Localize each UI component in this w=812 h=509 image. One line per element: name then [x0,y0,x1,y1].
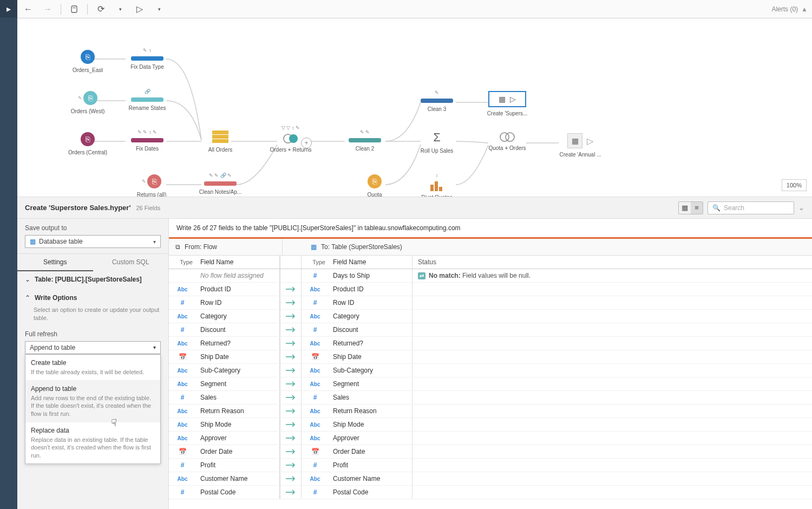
node-orders-central[interactable]: ⎘Orders (Central) [58,132,117,155]
svg-rect-3 [212,135,228,139]
svg-rect-7 [430,185,434,191]
table-icon: ▦ [311,243,317,251]
run-more-button[interactable]: ▾ [153,3,166,16]
node-clean-notes[interactable]: ✎ ✎ 🔗 ✎Clean Notes/Ap... [191,173,250,195]
map-arrow[interactable] [280,391,302,404]
table-row[interactable]: AbcProduct IDAbcProduct ID [169,283,812,296]
svg-point-6 [289,134,298,143]
node-fix-dates[interactable]: ✎ ✎ ↕ ✎Fix Dates [117,129,177,152]
table-row[interactable]: AbcCategoryAbcCategory [169,310,812,323]
svg-point-10 [500,133,509,141]
svg-point-11 [506,133,514,141]
map-arrow[interactable] [280,323,302,336]
view-toggle[interactable]: ▦≡ [678,201,703,214]
table-row[interactable]: #Sales#Sales [169,391,812,404]
svg-rect-9 [439,187,442,191]
node-rollup[interactable]: ΣRoll Up Sales [407,130,467,154]
chevron-down-icon: ▾ [153,344,156,350]
map-arrow[interactable] [280,432,302,445]
back-button[interactable]: ← [22,3,35,16]
table-row[interactable]: AbcSegmentAbcSegment [169,377,812,391]
chevron-down-icon: ⌄ [25,276,30,283]
node-orders-returns[interactable]: ▽ ▽ ↕ ✎Orders + Returns [261,125,320,153]
table-row[interactable]: AbcReturned?AbcReturned? [169,337,812,350]
option-create-table[interactable]: Create tableIf the table already exists,… [25,355,160,381]
map-arrow[interactable] [280,283,302,296]
table-row[interactable]: #Row ID#Row ID [169,296,812,310]
node-pivot[interactable]: ↕Pivot Quotas [407,173,467,197]
map-arrow[interactable] [280,445,302,458]
map-arrow[interactable] [280,337,302,350]
alerts-indicator[interactable]: Alerts (0) [771,5,798,13]
table-row[interactable]: 📅Order Date📅Order Date [169,445,812,459]
save-output-select[interactable]: ▦Database table▾ [25,235,161,248]
table-row[interactable]: AbcShip ModeAbcShip Mode [169,418,812,432]
zoom-level[interactable]: 100% [782,179,807,191]
option-replace-data[interactable]: Replace dataReplace data in an existing … [25,422,160,464]
map-arrow[interactable] [280,472,302,485]
node-orders-east[interactable]: ⎘Orders_East [58,50,117,73]
view-list[interactable]: ≡ [691,202,703,214]
output-tabs: Settings Custom SQL [17,254,168,271]
warning-icon[interactable]: ▲ [801,5,808,13]
node-all-orders[interactable]: All Orders [191,130,250,153]
table-row[interactable]: 📅Ship Date📅Ship Date [169,350,812,364]
svg-rect-0 [71,6,77,12]
map-arrow[interactable] [280,310,302,323]
table-row[interactable]: #Postal Code#Postal Code [169,486,812,499]
add-step-button[interactable]: + [301,138,312,148]
write-message: Write 26 of 27 fields to the table "[PUB… [169,219,812,239]
map-arrow[interactable] [280,486,302,499]
refresh-button[interactable]: ⟳ [94,3,107,16]
field-count: 26 Fields [136,205,161,211]
map-arrow[interactable] [280,418,302,431]
node-returns-all[interactable]: ✎⎘Returns (all) [122,174,181,197]
output-title: Create 'Superstore Sales.hyper' [25,204,131,212]
map-arrow[interactable] [280,459,302,472]
chevron-down-icon: ▾ [153,239,156,245]
run-button[interactable]: ▷ [133,3,146,16]
tab-custom-sql[interactable]: Custom SQL [93,254,169,271]
table-section-toggle[interactable]: ⌄Table: [PUBLIC].[SuperStoreSales] [17,271,168,288]
node-create-superstore[interactable]: ▦▷Create 'Supers... [477,91,537,116]
table-row[interactable]: AbcReturn ReasonAbcReturn Reason [169,404,812,418]
svg-rect-8 [435,181,438,191]
table-row[interactable]: #Discount#Discount [169,323,812,337]
node-clean2[interactable]: ✎ ✎Clean 2 [335,129,395,152]
map-arrow[interactable] [280,404,302,417]
flow-canvas[interactable]: ⎘Orders_East ✎⎘Orders (West) ⎘Orders (Ce… [17,18,812,197]
map-arrow[interactable] [280,350,302,363]
save-output-label: Save output to [25,224,161,232]
svg-rect-2 [212,130,228,134]
node-create-annual[interactable]: ▦▷Create 'Annual ... [551,133,610,158]
node-rename-states[interactable]: 🔗Rename States [117,89,177,111]
table-row[interactable]: AbcApproverAbcApprover [169,432,812,445]
nomatch-icon: ⇄ [418,272,425,279]
tab-settings[interactable]: Settings [17,254,93,271]
write-mode-select[interactable]: Append to table▾ [25,341,161,354]
flow-icon: ⧉ [175,243,180,251]
map-arrow[interactable] [280,296,302,309]
node-quota-orders[interactable]: Quota + Orders [477,132,537,151]
option-append-table[interactable]: Append to tableAdd new rows to the end o… [25,381,160,422]
refresh-more-button[interactable]: ▾ [114,3,127,16]
table-row[interactable]: #Profit#Profit [169,459,812,472]
sidebar-toggle[interactable]: ▸ [0,0,17,17]
map-arrow[interactable] [280,364,302,377]
node-orders-west[interactable]: ✎⎘Orders (West) [58,91,117,114]
view-grid[interactable]: ▦ [679,202,691,214]
table-row[interactable]: AbcSub-CategoryAbcSub-Category [169,364,812,377]
expand-panel[interactable]: ⌄ [798,204,804,212]
node-quota[interactable]: ⎘Quota [345,174,404,197]
left-sidebar: ▸ [0,0,17,509]
table-row[interactable]: No flow field assigned#Days to Ship⇄No m… [169,269,812,283]
data-source-button[interactable] [68,3,81,16]
map-arrow[interactable] [280,377,302,390]
search-box[interactable]: 🔍Search [708,201,794,214]
field-mapping-table[interactable]: No flow field assigned#Days to Ship⇄No m… [169,269,812,509]
node-fix-data-type[interactable]: ✎ ↕Fix Data Type [117,48,177,70]
node-clean3[interactable]: ✎Clean 3 [407,90,467,112]
table-row[interactable]: AbcCustomer NameAbcCustomer Name [169,472,812,486]
write-options-toggle[interactable]: ⌃Write Options [17,288,168,306]
forward-button[interactable]: → [41,3,54,16]
